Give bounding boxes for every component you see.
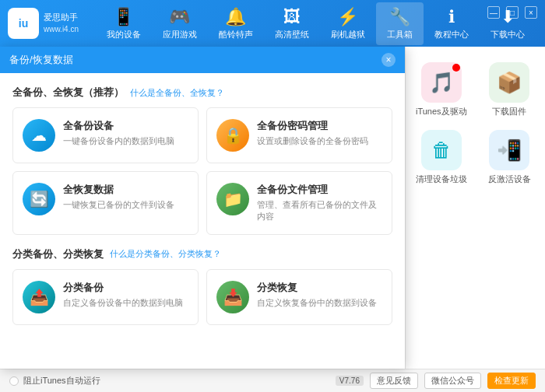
tutorial-icon: ℹ — [448, 7, 455, 27]
flash-icon: ⚡ — [337, 7, 358, 27]
card-text-full-backup-device: 全备份设备 一键备份设备内的数据到电脑 — [63, 119, 174, 147]
nav-item-my-device[interactable]: 📱我的设备 — [96, 2, 152, 45]
card-desc: 一键备份设备内的数据到电脑 — [63, 135, 174, 147]
card-icon-category-restore-card: 📥 — [216, 281, 249, 313]
section-label: 全备份、全恢复（推荐） — [12, 86, 124, 100]
nav-item-toolbox[interactable]: 🔧工具箱 — [376, 2, 424, 45]
status-left: 阻止iTunes自动运行 — [9, 375, 336, 387]
card-desc: 自定义备份设备中的数据到电脑 — [63, 297, 183, 309]
app-logo: iu — [8, 8, 39, 39]
nav-item-ringtones[interactable]: 🔔酷铃特声 — [208, 2, 264, 45]
card-category-restore-card[interactable]: 📥 分类恢复 自定义恢复备份中的数据到设备 — [206, 269, 392, 325]
card-title: 分类恢复 — [257, 281, 377, 295]
nav-bar: 📱我的设备🎮应用游戏🔔酷铃特声🖼高清壁纸⚡刷机越狱🔧工具箱ℹ教程中心⬇下载中心 — [93, 2, 537, 45]
ringtones-icon: 🔔 — [225, 7, 246, 27]
section-full-backup: 全备份、全恢复（推荐） 什么是全备份、全恢复？ ☁ 全备份设备 一键备份设备内的… — [12, 86, 392, 235]
my-device-icon: 📱 — [113, 7, 134, 27]
check-update-button[interactable]: 检查更新 — [487, 373, 536, 389]
card-desc: 自定义恢复备份中的数据到设备 — [257, 297, 377, 309]
rp-icon-itunes-driver: 🎵 — [421, 62, 462, 103]
card-full-backup-files[interactable]: 📁 全备份文件管理 管理、查看所有已备份的文件及内容 — [206, 171, 392, 235]
minimize-button[interactable]: — — [487, 6, 500, 19]
card-text-category-restore-card: 分类恢复 自定义恢复备份中的数据到设备 — [257, 281, 377, 309]
nav-item-tutorial[interactable]: ℹ教程中心 — [424, 2, 480, 45]
card-desc: 管理、查看所有已备份的文件及内容 — [257, 199, 382, 223]
right-panel: 🎵 iTunes及驱动 📦 下载固件 🗑 清理设备垃圾 📲 反激活设备 — [405, 47, 545, 369]
itunes-label: 阻止iTunes自动运行 — [23, 375, 100, 387]
card-icon-full-backup-files: 📁 — [216, 183, 249, 215]
card-icon-full-backup-password: 🔒 — [216, 119, 249, 152]
card-title: 全备份密码管理 — [257, 119, 368, 133]
close-button[interactable]: × — [525, 6, 537, 19]
rp-label-clean-device: 清理设备垃圾 — [416, 173, 467, 185]
card-icon-category-backup-card: 📤 — [23, 281, 55, 313]
dialog-close-button[interactable]: × — [382, 53, 396, 67]
section-header-category-backup: 分类备份、分类恢复 什么是分类备份、分类恢复？ — [12, 247, 392, 261]
logo-area: iu 爱思助手 www.i4.cn — [8, 8, 93, 39]
section-category-backup: 分类备份、分类恢复 什么是分类备份、分类恢复？ 📤 分类备份 自定义备份设备中的… — [12, 247, 392, 325]
card-full-backup-device[interactable]: ☁ 全备份设备 一键备份设备内的数据到电脑 — [12, 107, 199, 163]
card-title: 全备份设备 — [63, 119, 174, 133]
apps-games-icon: 🎮 — [169, 7, 190, 27]
nav-item-flash[interactable]: ⚡刷机越狱 — [320, 2, 376, 45]
rp-item-clean-device[interactable]: 🗑 清理设备垃圾 — [413, 130, 469, 185]
dialog-header: 备份/恢复数据 × — [0, 47, 405, 73]
maximize-button[interactable]: □ — [506, 6, 519, 19]
card-icon-full-restore: 🔄 — [23, 183, 55, 215]
section-label: 分类备份、分类恢复 — [12, 247, 104, 261]
rp-item-firmware-download[interactable]: 📦 下载固件 — [482, 62, 538, 117]
status-bar: 阻止iTunes自动运行 V7.76 意见反馈 微信公众号 检查更新 — [0, 369, 545, 392]
card-text-full-backup-password: 全备份密码管理 设置或删除设备的全备份密码 — [257, 119, 368, 147]
wallpaper-icon: 🖼 — [283, 7, 301, 27]
card-full-restore[interactable]: 🔄 全恢复数据 一键恢复已备份的文件到设备 — [12, 171, 199, 235]
card-title: 分类备份 — [63, 281, 183, 295]
rp-icon-clean-device: 🗑 — [421, 130, 462, 170]
dialog-body: 全备份、全恢复（推荐） 什么是全备份、全恢复？ ☁ 全备份设备 一键备份设备内的… — [0, 73, 405, 367]
rp-label-activate-device: 反激活设备 — [488, 173, 531, 185]
rp-icon-activate-device: 📲 — [489, 130, 529, 170]
card-desc: 设置或删除设备的全备份密码 — [257, 135, 368, 147]
rp-icon-firmware-download: 📦 — [489, 62, 529, 103]
wechat-button[interactable]: 微信公众号 — [424, 373, 481, 389]
section-header-full-backup: 全备份、全恢复（推荐） 什么是全备份、全恢复？ — [12, 86, 392, 100]
card-text-category-backup-card: 分类备份 自定义备份设备中的数据到电脑 — [63, 281, 183, 309]
window-controls: — □ × — [487, 6, 537, 19]
card-icon-full-backup-device: ☁ — [23, 119, 55, 152]
backup-dialog: 备份/恢复数据 × 全备份、全恢复（推荐） 什么是全备份、全恢复？ ☁ 全备份设… — [0, 47, 405, 369]
rp-label-firmware-download: 下载固件 — [492, 106, 526, 117]
card-text-full-backup-files: 全备份文件管理 管理、查看所有已备份的文件及内容 — [257, 183, 382, 223]
card-full-backup-password[interactable]: 🔒 全备份密码管理 设置或删除设备的全备份密码 — [206, 107, 392, 163]
nav-item-apps-games[interactable]: 🎮应用游戏 — [152, 2, 208, 45]
right-panel-grid: 🎵 iTunes及驱动 📦 下载固件 🗑 清理设备垃圾 📲 反激活设备 — [413, 62, 537, 185]
card-text-full-restore: 全恢复数据 一键恢复已备份的文件到设备 — [63, 183, 174, 211]
status-right: V7.76 意见反馈 微信公众号 检查更新 — [336, 373, 536, 389]
rp-item-activate-device[interactable]: 📲 反激活设备 — [482, 130, 538, 185]
rp-item-itunes-driver[interactable]: 🎵 iTunes及驱动 — [413, 62, 469, 117]
card-desc: 一键恢复已备份的文件到设备 — [63, 199, 174, 211]
feedback-button[interactable]: 意见反馈 — [370, 373, 418, 389]
cards-grid-category-backup: 📤 分类备份 自定义备份设备中的数据到电脑 📥 分类恢复 自定义恢复备份中的数据… — [12, 269, 392, 325]
logo-text: 爱思助手 www.i4.cn — [44, 12, 79, 34]
card-category-backup-card[interactable]: 📤 分类备份 自定义备份设备中的数据到电脑 — [12, 269, 199, 325]
cards-grid-full-backup: ☁ 全备份设备 一键备份设备内的数据到电脑 🔒 全备份密码管理 设置或删除设备的… — [12, 107, 392, 235]
card-title: 全备份文件管理 — [257, 183, 382, 197]
main-content: 备份/恢复数据 × 全备份、全恢复（推荐） 什么是全备份、全恢复？ ☁ 全备份设… — [0, 47, 545, 369]
dialog-title: 备份/恢复数据 — [9, 53, 73, 67]
rp-label-itunes-driver: iTunes及驱动 — [416, 106, 467, 117]
title-bar: iu 爱思助手 www.i4.cn 📱我的设备🎮应用游戏🔔酷铃特声🖼高清壁纸⚡刷… — [0, 0, 545, 47]
rp-badge — [452, 64, 460, 72]
itunes-dot — [9, 376, 19, 386]
section-link[interactable]: 什么是分类备份、分类恢复？ — [110, 248, 221, 260]
section-link[interactable]: 什么是全备份、全恢复？ — [130, 87, 224, 99]
toolbox-icon: 🔧 — [389, 7, 410, 27]
version-badge: V7.76 — [336, 376, 364, 386]
nav-item-wallpaper[interactable]: 🖼高清壁纸 — [264, 2, 320, 45]
card-title: 全恢复数据 — [63, 183, 174, 197]
